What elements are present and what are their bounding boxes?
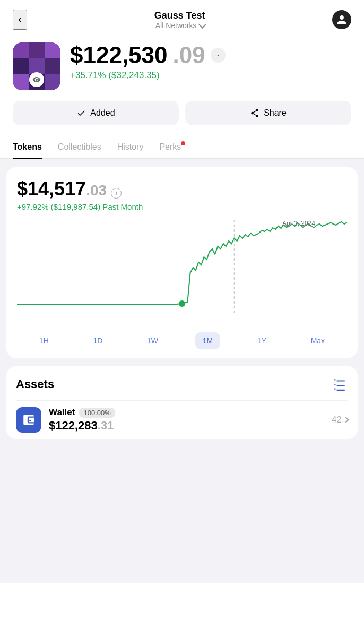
added-button[interactable]: Added (13, 101, 179, 125)
time-filter-1w[interactable]: 1W (140, 332, 166, 349)
eye-badge[interactable] (29, 72, 44, 87)
tab-collectibles[interactable]: Collectibles (58, 136, 101, 158)
header-title: Gauss Test (27, 10, 332, 21)
wallet-name-row: Wallet 100.00% (49, 407, 332, 418)
network-chevron-icon (198, 21, 206, 28)
back-button[interactable]: ‹ (13, 10, 27, 30)
chart-balance: $14,517.03 i (17, 178, 347, 200)
price-chart: Apr 3, 2024 (17, 220, 347, 326)
wallet-icon (16, 407, 41, 433)
profile-section: $122,530.09 +35.71% ($32,243.35) (0, 37, 364, 101)
chart-change: +97.92% ($119,987.54) Past Month (17, 202, 347, 211)
assets-section: Assets Wallet 100.00% $122,283.31 (6, 366, 358, 439)
time-filter-max[interactable]: Max (304, 332, 332, 349)
list-item[interactable]: Wallet 100.00% $122,283.31 42 (16, 400, 348, 439)
profile-avatar (13, 42, 60, 90)
wallet-count: 42 (332, 415, 348, 425)
assets-title: Assets (16, 377, 54, 391)
chart-svg (17, 220, 347, 321)
action-buttons: Added Share (0, 101, 364, 136)
time-filter-1h[interactable]: 1H (32, 332, 56, 349)
header-subtitle[interactable]: All Networks (27, 21, 332, 30)
chart-date-label: Apr 3, 2024 (282, 220, 315, 227)
balance-change: +35.71% ($32,243.35) (70, 70, 351, 81)
time-filter-1m[interactable]: 1M (195, 332, 220, 349)
chart-dot (179, 300, 185, 307)
filter-icon[interactable] (331, 376, 348, 393)
wallet-info: Wallet 100.00% $122,283.31 (49, 407, 332, 433)
wallet-name: Wallet (49, 407, 75, 418)
tab-bar: Tokens Collectibles History Perks (0, 136, 364, 159)
balance-dropdown-button[interactable] (211, 48, 226, 63)
wallet-percentage-badge: 100.00% (79, 408, 115, 418)
info-icon[interactable]: i (111, 188, 122, 199)
tab-tokens[interactable]: Tokens (13, 136, 42, 158)
total-balance: $122,530.09 (70, 42, 351, 68)
tab-perks[interactable]: Perks (159, 136, 181, 158)
avatar[interactable] (332, 10, 351, 29)
assets-header: Assets (16, 376, 348, 393)
profile-info: $122,530.09 +35.71% ($32,243.35) (70, 42, 351, 81)
tab-history[interactable]: History (117, 136, 144, 158)
time-filter-1d[interactable]: 1D (85, 332, 110, 349)
main-content: $14,517.03 i +97.92% ($119,987.54) Past … (0, 159, 364, 583)
chevron-right-icon (343, 417, 349, 423)
time-filter-1y[interactable]: 1Y (250, 332, 274, 349)
wallet-balance: $122,283.31 (49, 419, 332, 433)
perks-notification-dot (181, 141, 185, 145)
time-filters: 1H 1D 1W 1M 1Y Max (17, 332, 347, 349)
header-center: Gauss Test All Networks (27, 10, 332, 30)
chart-dashed-line (291, 220, 291, 310)
chart-card: $14,517.03 i +97.92% ($119,987.54) Past … (6, 167, 358, 358)
share-button[interactable]: Share (185, 101, 351, 125)
app-header: ‹ Gauss Test All Networks (0, 0, 364, 37)
